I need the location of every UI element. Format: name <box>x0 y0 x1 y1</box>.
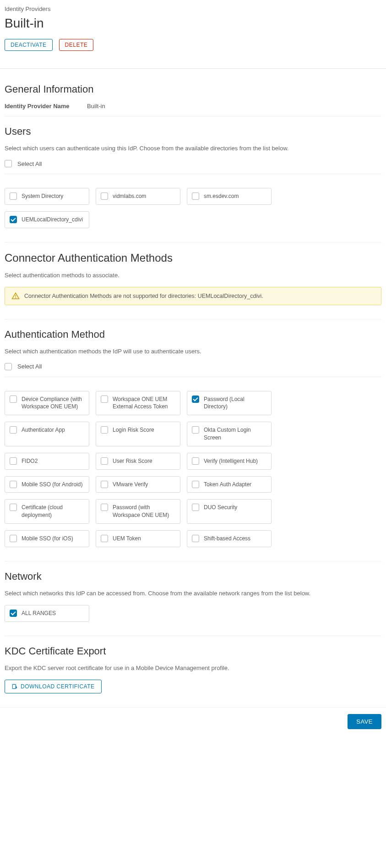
network-label: ALL RANGES <box>22 610 56 617</box>
auth-method-label: Shift-based Access <box>204 535 250 543</box>
auth-method-label: Authenticator App <box>22 426 65 434</box>
auth-method-option[interactable]: Password (Local Directory) <box>187 391 272 416</box>
auth-method-option[interactable]: Mobile SSO (for Android) <box>5 476 89 493</box>
section-network: Network Select which networks this IdP c… <box>5 561 381 636</box>
auth-method-label: UEM Token <box>113 535 141 543</box>
auth-method-checkbox[interactable] <box>192 535 199 542</box>
users-option[interactable]: System Directory <box>5 188 89 205</box>
warning-text: Connector Authentication Methods are not… <box>24 293 263 299</box>
auth-method-option[interactable]: Authenticator App <box>5 422 89 446</box>
section-description: Export the KDC server root certificate f… <box>5 665 381 671</box>
auth-method-checkbox[interactable] <box>10 426 17 434</box>
users-select-all-checkbox[interactable] <box>5 160 12 167</box>
idp-name-label: Identity Provider Name <box>5 103 87 110</box>
section-heading: KDC Certificate Export <box>5 645 381 657</box>
section-heading: Network <box>5 571 381 582</box>
auth-method-checkbox[interactable] <box>10 396 17 403</box>
page-title: Built-in <box>5 16 381 31</box>
download-certificate-label: DOWNLOAD CERTIFICATE <box>21 683 95 690</box>
users-option[interactable]: UEMLocalDirectory_cdivi <box>5 211 89 228</box>
auth-method-label: Device Compliance (with Workspace ONE UE… <box>22 396 84 411</box>
users-option[interactable]: sm.esdev.com <box>187 188 272 205</box>
users-option[interactable]: vidmlabs.com <box>96 188 180 205</box>
warning-icon <box>11 292 20 300</box>
auth-method-label: Workspace ONE UEM External Access Token <box>113 396 175 411</box>
section-users: Users Select which users can authenticat… <box>5 116 381 242</box>
breadcrumb[interactable]: Identity Providers <box>5 5 381 12</box>
auth-method-label: Mobile SSO (for Android) <box>22 481 82 489</box>
auth-method-option[interactable]: Okta Custom Login Screen <box>187 422 272 446</box>
deactivate-button[interactable]: DEACTIVATE <box>5 39 53 51</box>
auth-method-checkbox[interactable] <box>192 481 199 488</box>
auth-method-label: Verify (Intelligent Hub) <box>204 457 258 465</box>
network-option[interactable]: ALL RANGES <box>5 605 89 622</box>
auth-method-label: DUO Security <box>204 504 237 511</box>
section-heading: Connector Authentication Methods <box>5 252 381 264</box>
auth-method-option[interactable]: Shift-based Access <box>187 530 272 547</box>
section-description: Select which networks this IdP can be ac… <box>5 590 381 597</box>
auth-method-label: Mobile SSO (for iOS) <box>22 535 73 543</box>
users-checkbox[interactable] <box>192 192 199 200</box>
auth-select-all-checkbox[interactable] <box>5 363 12 370</box>
users-label: UEMLocalDirectory_cdivi <box>22 216 83 224</box>
auth-method-option[interactable]: User Risk Score <box>96 453 180 470</box>
auth-method-option[interactable]: Token Auth Adapter <box>187 476 272 493</box>
auth-method-checkbox[interactable] <box>10 504 17 511</box>
svg-rect-2 <box>12 684 16 688</box>
auth-method-label: VMware Verify <box>113 481 148 489</box>
auth-method-label: Certificate (cloud deployment) <box>22 504 84 519</box>
users-checkbox[interactable] <box>10 192 17 200</box>
section-connector-auth: Connector Authentication Methods Select … <box>5 242 381 319</box>
auth-method-label: User Risk Score <box>113 457 152 465</box>
auth-method-option[interactable]: DUO Security <box>187 499 272 524</box>
idp-name-value: Built-in <box>87 103 105 110</box>
section-description: Select authentication methods to associa… <box>5 272 381 279</box>
section-heading: Users <box>5 126 381 137</box>
auth-method-checkbox[interactable] <box>101 504 108 511</box>
users-label: sm.esdev.com <box>204 192 239 200</box>
section-description: Select which authentication methods the … <box>5 348 381 355</box>
auth-method-label: Login Risk Score <box>113 426 154 434</box>
auth-method-checkbox[interactable] <box>101 481 108 488</box>
auth-method-checkbox[interactable] <box>101 457 108 465</box>
network-checkbox[interactable] <box>10 610 17 617</box>
auth-method-checkbox[interactable] <box>192 504 199 511</box>
users-checkbox[interactable] <box>10 216 17 223</box>
auth-method-option[interactable]: FIDO2 <box>5 453 89 470</box>
section-auth-method: Authentication Method Select which authe… <box>5 319 381 561</box>
auth-method-option[interactable]: UEM Token <box>96 530 180 547</box>
auth-method-checkbox[interactable] <box>10 481 17 488</box>
users-select-all-label: Select All <box>17 160 42 167</box>
auth-method-option[interactable]: Login Risk Score <box>96 422 180 446</box>
section-description: Select which users can authenticate usin… <box>5 145 381 152</box>
save-button[interactable]: SAVE <box>348 714 381 729</box>
auth-method-option[interactable]: Certificate (cloud deployment) <box>5 499 89 524</box>
auth-method-option[interactable]: VMware Verify <box>96 476 180 493</box>
auth-method-option[interactable]: Password (with Workspace ONE UEM) <box>96 499 180 524</box>
auth-method-checkbox[interactable] <box>192 396 199 403</box>
auth-method-label: Password (Local Directory) <box>204 396 266 411</box>
section-heading: Authentication Method <box>5 329 381 341</box>
auth-select-all-label: Select All <box>17 363 42 370</box>
auth-method-checkbox[interactable] <box>10 535 17 542</box>
auth-method-checkbox[interactable] <box>101 535 108 542</box>
delete-button[interactable]: DELETE <box>59 39 94 51</box>
footer-bar: SAVE <box>0 707 386 738</box>
download-icon <box>11 683 18 690</box>
auth-method-option[interactable]: Verify (Intelligent Hub) <box>187 453 272 470</box>
auth-method-checkbox[interactable] <box>10 457 17 465</box>
auth-method-checkbox[interactable] <box>192 426 199 434</box>
auth-method-label: Okta Custom Login Screen <box>204 426 266 442</box>
auth-method-option[interactable]: Device Compliance (with Workspace ONE UE… <box>5 391 89 416</box>
auth-method-checkbox[interactable] <box>101 426 108 434</box>
section-general-information: General Information Identity Provider Na… <box>5 74 381 116</box>
download-certificate-button[interactable]: DOWNLOAD CERTIFICATE <box>5 680 102 693</box>
users-checkbox[interactable] <box>101 192 108 200</box>
warning-banner: Connector Authentication Methods are not… <box>5 287 381 305</box>
auth-method-option[interactable]: Workspace ONE UEM External Access Token <box>96 391 180 416</box>
auth-method-option[interactable]: Mobile SSO (for iOS) <box>5 530 89 547</box>
auth-method-checkbox[interactable] <box>192 457 199 465</box>
auth-method-checkbox[interactable] <box>101 396 108 403</box>
users-label: vidmlabs.com <box>113 192 146 200</box>
svg-point-1 <box>16 297 16 298</box>
